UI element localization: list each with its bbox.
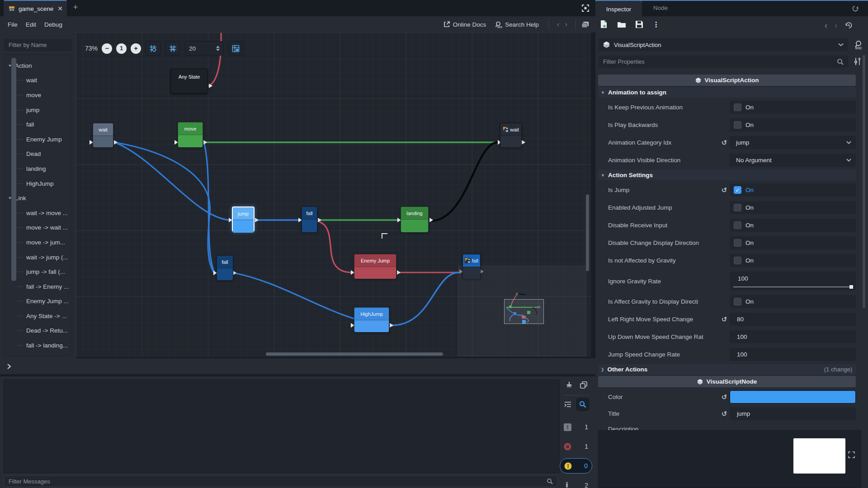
search-doc-inspector-icon[interactable]: DOC [854, 40, 863, 50]
tree-item[interactable]: fall -> landing... [4, 338, 72, 353]
graph-node-wait[interactable]: wait [500, 123, 522, 147]
graph-node-landing[interactable]: landing [401, 206, 429, 232]
graph-node-move[interactable]: move [178, 122, 203, 147]
menu-edit[interactable]: Edit [22, 19, 40, 30]
revert-icon[interactable]: ↺ [719, 186, 730, 194]
load-resource-icon[interactable] [617, 21, 626, 28]
section-other-actions[interactable]: ❯Other Actions(1 change) [598, 364, 856, 375]
inspector-scrollbar[interactable] [863, 55, 865, 308]
graph-node-enemy-jump[interactable]: Enemy Jump [354, 254, 396, 278]
checkbox[interactable] [734, 298, 741, 305]
property-value[interactable]: ✓On [730, 183, 856, 197]
property-value[interactable]: jump [730, 136, 856, 149]
slider-handle[interactable] [849, 285, 853, 289]
graph-hscrollbar[interactable] [266, 352, 443, 356]
snap-toggle-button[interactable] [145, 41, 161, 56]
property-value[interactable]: On [730, 201, 856, 214]
property-value[interactable]: On [730, 295, 856, 308]
revert-icon[interactable]: ↺ [719, 410, 730, 418]
badge-alert-square[interactable]: !1 [560, 419, 592, 435]
graph-node-highjump[interactable]: HighJump [354, 307, 389, 332]
collapse-tree-icon[interactable] [564, 401, 572, 408]
inspector-forward-button[interactable]: › [835, 21, 837, 30]
snap-distance-spinbox[interactable]: 20 [185, 41, 224, 56]
property-value[interactable]: No Argument [730, 154, 856, 167]
menu-file[interactable]: File [4, 19, 22, 30]
property-value[interactable]: On [730, 219, 856, 232]
tree-item[interactable]: Dead -> Retu... [4, 324, 72, 338]
badge-error-circle[interactable]: 1 [560, 439, 592, 454]
tree-item[interactable]: Any State -> ... [4, 309, 72, 324]
graph-node-jump[interactable]: jump [232, 206, 255, 232]
inspector-back-button[interactable]: ‹ [825, 21, 827, 30]
copy-console-icon[interactable] [580, 381, 588, 389]
tab-game-scene[interactable]: game_scene ✕ [4, 0, 67, 16]
revert-icon[interactable]: ↺ [719, 315, 730, 324]
grid-toggle-button[interactable] [165, 41, 181, 56]
checkbox[interactable] [734, 204, 741, 211]
zoom-out-button[interactable]: − [102, 43, 112, 54]
property-value[interactable]: jump [730, 407, 856, 420]
console-search-button[interactable] [576, 398, 589, 411]
property-value[interactable]: 80 [730, 313, 856, 326]
search-help-button[interactable]: Search Help [505, 19, 542, 30]
badge-warning-circle[interactable]: !0 [560, 458, 592, 474]
revert-icon[interactable]: ↺ [719, 393, 730, 401]
online-docs-button[interactable]: Online Docs [453, 19, 491, 30]
state-machine-graph[interactable]: Any StatewaitmovewaitjumpfalllandingEnem… [76, 33, 591, 357]
filter-by-name-input[interactable]: Filter by Name [4, 38, 72, 52]
property-tools-icon[interactable] [854, 57, 862, 66]
filter-messages-input[interactable]: Filter Messages [4, 475, 558, 487]
property-value[interactable]: On [730, 254, 856, 267]
graph-node-any-state[interactable]: Any State [170, 69, 208, 94]
clear-console-icon[interactable] [565, 381, 573, 389]
property-value[interactable]: 100 [730, 348, 856, 361]
minimap-camera-rect[interactable] [504, 299, 544, 324]
revert-icon[interactable]: ↺ [719, 139, 730, 147]
slider-track[interactable] [733, 286, 852, 287]
save-resource-icon[interactable] [635, 20, 643, 28]
history-forward-button[interactable]: › [562, 20, 570, 29]
checkbox[interactable]: ✓ [734, 186, 741, 194]
expand-description-icon[interactable] [848, 451, 855, 459]
expand-panel-icon[interactable] [6, 363, 12, 370]
property-value[interactable]: On [730, 101, 856, 114]
new-tab-button[interactable]: + [71, 3, 80, 14]
checkbox[interactable] [734, 257, 741, 264]
history-icon[interactable] [844, 21, 853, 30]
close-icon[interactable]: ✕ [57, 5, 63, 12]
graph-node-fall[interactable]: fall [217, 255, 233, 280]
checkbox[interactable] [734, 239, 741, 247]
badge-edit-pencil[interactable]: 2 [560, 478, 592, 488]
tab-inspector[interactable]: Inspector [595, 0, 642, 17]
tree-item[interactable]: fall -> Enemy ... [4, 279, 72, 294]
property-value[interactable]: On [730, 236, 856, 249]
tab-node[interactable]: Node [653, 5, 668, 11]
new-resource-icon[interactable] [599, 20, 608, 29]
graph-node-fall[interactable]: fall [302, 206, 317, 232]
property-value[interactable] [730, 390, 856, 404]
tree-item[interactable]: Enemy Jump ... [4, 294, 72, 309]
minimap-toggle-button[interactable] [228, 41, 244, 56]
property-value[interactable]: On [730, 118, 856, 131]
graph-vscrollbar[interactable] [586, 194, 589, 271]
property-row-disable-receive-input: Disable Receive InputOn [598, 216, 856, 234]
float-panel-icon[interactable] [581, 21, 589, 28]
filter-properties-input[interactable]: Filter Properties [598, 55, 849, 68]
resource-extra-menu-icon[interactable]: ⋮ [652, 20, 660, 29]
graph-node-wait[interactable]: wait [93, 123, 113, 147]
expand-graph-icon[interactable] [581, 4, 590, 12]
tree-scrollbar[interactable] [11, 58, 16, 281]
checkbox[interactable] [734, 103, 741, 111]
zoom-reset-button[interactable]: 1 [116, 43, 127, 54]
checkbox[interactable] [734, 121, 741, 129]
resource-selector[interactable]: VisualScriptAction [598, 38, 849, 52]
checkbox[interactable] [734, 221, 741, 229]
section-animation-to-assign[interactable]: ▼Animation to assign [598, 87, 856, 98]
property-value[interactable]: 100 [730, 272, 856, 291]
menu-debug[interactable]: Debug [40, 19, 66, 30]
section-action-settings[interactable]: ▼Action Settings [598, 170, 856, 180]
history-back-button[interactable]: ‹ [554, 20, 562, 29]
zoom-in-button[interactable]: + [131, 43, 141, 54]
property-value[interactable]: 100 [730, 330, 856, 343]
